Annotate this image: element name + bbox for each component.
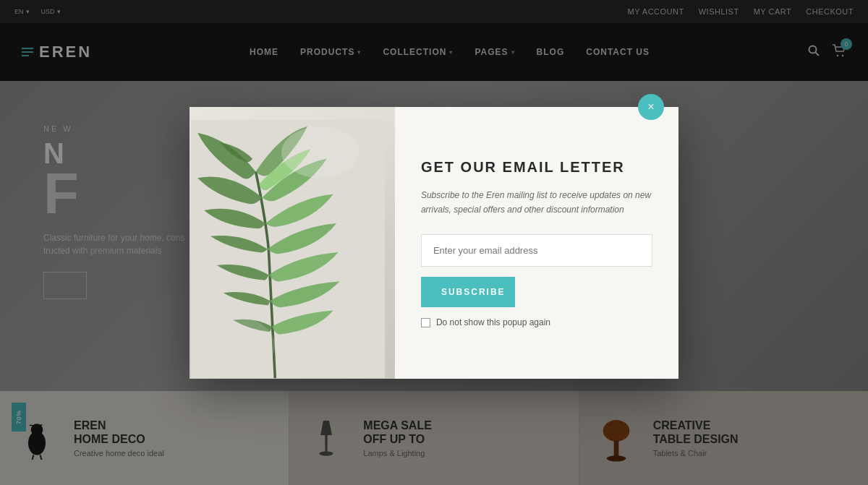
modal-plant-panel (190, 107, 395, 379)
modal-title: GET OUR EMAIL LETTER (421, 158, 652, 176)
svg-point-15 (281, 126, 359, 178)
modal-content-panel: GET OUR EMAIL LETTER Subscribe to the Er… (395, 107, 678, 379)
email-input[interactable] (421, 234, 652, 267)
no-popup-checkbox[interactable] (421, 318, 430, 327)
email-modal: GET OUR EMAIL LETTER Subscribe to the Er… (190, 107, 678, 379)
close-icon: × (647, 100, 654, 113)
modal-description: Subscribe to the Eren mailing list to re… (421, 188, 652, 218)
modal-close-button[interactable]: × (638, 94, 664, 120)
no-popup-label[interactable]: Do not show this popup again (436, 317, 550, 327)
no-popup-row: Do not show this popup again (421, 317, 652, 327)
subscribe-button[interactable]: SUBSCRIBE (421, 277, 515, 307)
